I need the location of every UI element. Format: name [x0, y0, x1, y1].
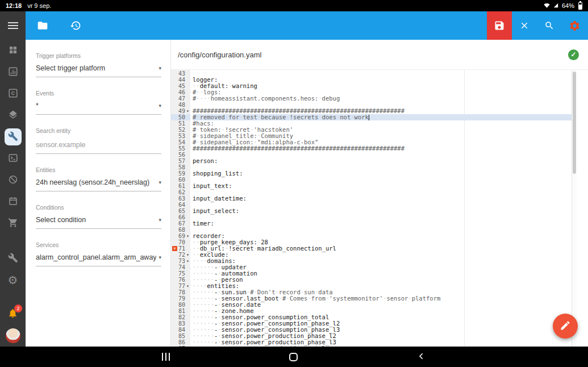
code-line-55[interactable]: ########################################… — [193, 145, 572, 152]
code-line-45[interactable]: ··default:·warning — [193, 83, 572, 89]
gutter-line-81[interactable]: 81 — [171, 308, 190, 314]
gutter-line-77[interactable]: 77▾ — [171, 283, 190, 289]
gutter-line-59[interactable]: 59 — [171, 170, 190, 177]
code-line-57[interactable]: person: — [193, 158, 572, 164]
fold-arrow-icon[interactable]: ▾ — [185, 283, 190, 289]
sidebar-item-layers[interactable] — [0, 105, 26, 126]
editor-scrollbar[interactable] — [572, 70, 577, 347]
gutter-line-66[interactable]: 66 — [171, 214, 190, 220]
code-line-67[interactable]: timer: — [193, 220, 572, 227]
gutter-line-79[interactable]: 79 — [171, 295, 190, 302]
gutter-line-54[interactable]: 54 — [171, 139, 190, 145]
gutter-line-71[interactable]: ×71 — [171, 245, 190, 252]
code-line-72[interactable]: ··exclude: — [193, 252, 572, 258]
save-button[interactable] — [487, 11, 512, 40]
sidebar-item-calendar[interactable] — [0, 191, 26, 212]
code-line-73[interactable]: ····domains: — [193, 258, 572, 264]
sidebar-item-profile[interactable] — [0, 325, 26, 347]
code-line-71[interactable]: ··db_url:·!secret·mariadb_connection_url — [193, 245, 572, 252]
folder-button[interactable] — [30, 11, 55, 40]
recents-button[interactable] — [160, 351, 172, 363]
select-events[interactable]: Events * ▾ — [36, 90, 161, 115]
code-line-65[interactable]: input_select: — [193, 208, 572, 214]
select-entities[interactable]: Entities 24h neerslag (sensor.24h_neersl… — [36, 166, 161, 191]
gutter-line-44[interactable]: 44 — [171, 77, 190, 83]
gutter-line-51[interactable]: 51 — [171, 120, 190, 127]
sidebar-item-notifications[interactable]: 2 — [0, 303, 26, 325]
gutter-line-75[interactable]: 75 — [171, 270, 190, 277]
editor-scrollbar-thumb[interactable] — [573, 72, 576, 174]
sidebar-item-configurator[interactable] — [0, 126, 26, 148]
home-button[interactable] — [287, 351, 300, 364]
fold-arrow-icon[interactable]: ▾ — [185, 252, 190, 257]
gutter-line-69[interactable]: 69▾ — [171, 233, 190, 239]
gutter-line-48[interactable]: 48 — [171, 102, 190, 108]
gutter-line-58[interactable]: 58 — [171, 164, 190, 170]
code-line-61[interactable]: input_text: — [193, 183, 572, 189]
code-line-43[interactable] — [193, 70, 572, 77]
gutter-line-72[interactable]: 72▾ — [171, 252, 190, 258]
gutter-line-63[interactable]: 63 — [171, 195, 190, 202]
gutter-line-57[interactable]: 57 — [171, 158, 190, 164]
code-line-47[interactable]: #····homeassistant.components.heos:·debu… — [193, 95, 572, 102]
gutter-line-60[interactable]: 60 — [171, 177, 190, 183]
code-line-63[interactable]: input_datetime: — [193, 195, 572, 202]
sidebar-item-dashboard[interactable] — [0, 40, 26, 61]
gutter-line-78[interactable]: 78 — [171, 289, 190, 295]
search-button[interactable] — [537, 11, 562, 40]
fold-arrow-icon[interactable]: ▾ — [185, 109, 190, 114]
gutter-line-62[interactable]: 62 — [171, 189, 190, 195]
gutter-line-47[interactable]: 47 — [171, 95, 190, 102]
gutter-line-68[interactable]: 68 — [171, 227, 190, 233]
gutter-line-76[interactable]: 76 — [171, 277, 190, 283]
fold-arrow-icon[interactable]: ▾ — [185, 233, 190, 239]
code-line-76[interactable]: ······-·person — [193, 277, 572, 283]
gutter-line-65[interactable]: 65 — [171, 208, 190, 214]
menu-icon[interactable] — [0, 11, 26, 40]
code-line-60[interactable] — [193, 177, 572, 183]
gutter-line-70[interactable]: 70 — [171, 239, 190, 245]
gutter-line-52[interactable]: 52 — [171, 127, 190, 133]
sidebar-item-shopping[interactable] — [0, 212, 26, 234]
gutter-line-50[interactable]: 50 — [171, 114, 190, 120]
code-line-56[interactable] — [193, 152, 572, 158]
gutter-line-46[interactable]: 46 — [171, 89, 190, 95]
code-line-59[interactable]: shopping_list: — [193, 170, 572, 177]
close-button[interactable] — [512, 11, 537, 40]
gutter-line-84[interactable]: 84 — [171, 327, 190, 333]
select-conditions[interactable]: Conditions Select condition ▾ — [36, 204, 161, 229]
gutter-line-61[interactable]: 61 — [171, 183, 190, 189]
code-line-66[interactable] — [193, 214, 572, 220]
search-entity-input[interactable] — [36, 141, 161, 154]
sidebar-item-disabled[interactable] — [0, 169, 26, 191]
gutter-line-64[interactable]: 64 — [171, 202, 190, 208]
gutter-line-73[interactable]: 73▾ — [171, 258, 190, 264]
sidebar-item-terminal[interactable] — [0, 148, 26, 169]
gutter-line-45[interactable]: 45 — [171, 83, 190, 89]
history-button[interactable] — [63, 11, 88, 40]
gutter-line-74[interactable]: 74 — [171, 264, 190, 270]
gutter-line-80[interactable]: 80 — [171, 302, 190, 308]
sidebar-item-c-panel[interactable]: C — [0, 83, 26, 105]
gutter-line-86[interactable]: 86 — [171, 339, 190, 345]
select-services[interactable]: Services alarm_control_panel.alarm_arm_a… — [36, 241, 161, 266]
settings-button[interactable] — [562, 11, 587, 40]
gutter-line-43[interactable]: 43 — [171, 70, 190, 77]
select-trigger-platform[interactable]: Trigger platforms Select trigger platfor… — [36, 52, 161, 77]
sidebar-item-chart[interactable] — [0, 61, 26, 83]
code-line-68[interactable] — [193, 227, 572, 233]
sidebar-item-settings[interactable]: ⚙ — [0, 269, 26, 291]
gutter-line-85[interactable]: 85 — [171, 333, 190, 339]
gutter-line-67[interactable]: 67 — [171, 220, 190, 227]
code-line-75[interactable]: ······-·automation — [193, 270, 572, 277]
fold-arrow-icon[interactable]: ▾ — [185, 258, 190, 264]
code-line-62[interactable] — [193, 189, 572, 195]
code-line-50[interactable]: #·removed·for·test·because·!secrets·does… — [193, 114, 572, 120]
gutter-line-53[interactable]: 53 — [171, 133, 190, 139]
code-line-64[interactable] — [193, 202, 572, 208]
sidebar-item-tools[interactable] — [0, 248, 26, 269]
gutter-line-49[interactable]: 49▾ — [171, 108, 190, 114]
edit-fab-button[interactable] — [553, 314, 578, 339]
back-button[interactable] — [415, 349, 428, 365]
gutter-line-83[interactable]: 83 — [171, 320, 190, 327]
